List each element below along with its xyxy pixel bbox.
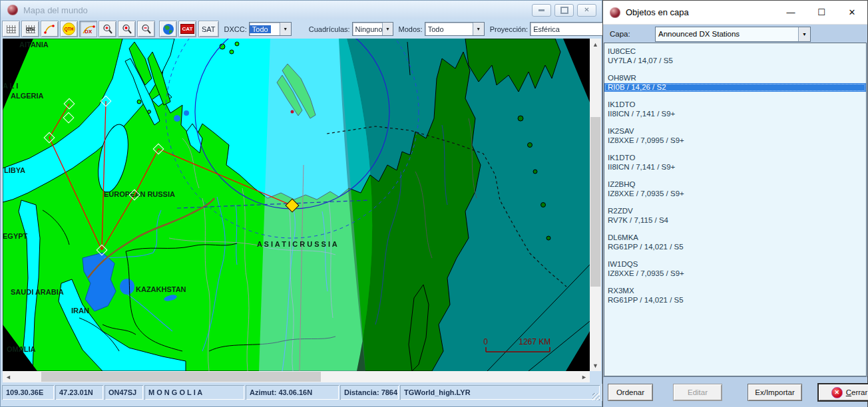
chevron-down-icon[interactable]: ▼ bbox=[473, 23, 484, 35]
list-item[interactable]: IZ2BHQIZ8XXE / 7,0935 / S9+ bbox=[604, 180, 866, 198]
map-label: LIBYA bbox=[4, 166, 25, 174]
map-label: KAZAKHSTAN bbox=[136, 285, 186, 293]
svg-text:DX: DX bbox=[85, 29, 93, 35]
list-item[interactable]: IK1DTOII8ICN / 7,141 / S9+ bbox=[604, 100, 866, 118]
edit-button[interactable]: Editar bbox=[673, 384, 722, 401]
map-titlebar[interactable]: Mapa del mundo ✕ bbox=[1, 1, 602, 19]
scroll-down-icon[interactable]: ▼ bbox=[590, 360, 601, 371]
status-latitude: 47.23.01N bbox=[55, 385, 103, 400]
dxcc-value: Todo bbox=[250, 25, 271, 33]
modes-combo[interactable]: Todo ▼ bbox=[425, 22, 485, 36]
globe-icon bbox=[162, 23, 174, 35]
map-viewport[interactable]: 0 1267 KM AITANIAA L IALGERIALIBYAEGYPTS… bbox=[3, 39, 590, 371]
close-panel-button[interactable]: ✕ Cerrar bbox=[818, 384, 868, 401]
qth-grid-label: QTH bbox=[26, 27, 35, 31]
chevron-down-icon[interactable]: ▼ bbox=[280, 23, 291, 35]
zoom-out-icon bbox=[141, 24, 152, 35]
dx-button[interactable]: DX bbox=[79, 21, 97, 37]
arc-icon bbox=[44, 24, 55, 34]
maximize-icon bbox=[560, 7, 568, 14]
dxcc-combo[interactable]: Todo ▼ bbox=[249, 22, 292, 36]
station-callsign: IK1DTO bbox=[604, 154, 866, 163]
projection-label: Proyección: bbox=[490, 25, 528, 33]
vertical-scrollbar[interactable]: ▲ ▼ bbox=[590, 39, 601, 371]
panel-titlebar[interactable]: Objetos en capa — ☐ ✕ bbox=[603, 1, 867, 25]
minimize-button[interactable] bbox=[532, 4, 551, 17]
scroll-right-icon[interactable]: ► bbox=[578, 371, 590, 382]
list-item[interactable]: IU8CECUY7LA / 14,07 / S5 bbox=[604, 47, 866, 65]
vscroll-thumb[interactable] bbox=[590, 117, 600, 287]
path-button[interactable] bbox=[41, 21, 59, 37]
grids-value: Ninguno bbox=[353, 25, 383, 33]
map-label: AITANIA bbox=[19, 41, 49, 49]
statusbar: 109.30.36E 47.23.01N ON47SJ M O N G O L … bbox=[1, 384, 603, 401]
layer-row: Capa: Announced DX Stations ▼ bbox=[603, 25, 867, 43]
maximize-button[interactable]: ☐ bbox=[806, 1, 837, 24]
dxcc-label: DXCC: bbox=[224, 25, 247, 33]
sort-button[interactable]: Ordenar bbox=[608, 384, 653, 401]
chevron-down-icon[interactable]: ▼ bbox=[382, 23, 392, 35]
list-item[interactable]: RX3MXRG61PP / 14,021 / S5 bbox=[604, 287, 866, 305]
modes-value: Todo bbox=[425, 25, 447, 33]
scroll-up-icon[interactable]: ▲ bbox=[590, 39, 601, 50]
station-details: RI0B / 14,26 / S2 bbox=[604, 83, 866, 92]
status-layer-file: TGWorld_high.LYR bbox=[400, 385, 600, 400]
layer-label: Capa: bbox=[610, 30, 655, 38]
qth-button[interactable]: QTH bbox=[60, 21, 78, 37]
modes-label: Modos: bbox=[399, 25, 423, 33]
list-item[interactable]: IW1DQSIZ8XXE / 7,0935 / S9+ bbox=[604, 260, 866, 278]
export-import-button[interactable]: Ex/Importar bbox=[748, 384, 802, 401]
close-red-icon: ✕ bbox=[831, 387, 843, 398]
scroll-left-icon[interactable]: ◄ bbox=[3, 371, 14, 382]
screen: Mapa del mundo ✕ QTH QTH DX bbox=[0, 0, 868, 407]
chevron-down-icon[interactable]: ▼ bbox=[798, 27, 810, 41]
scale-distance: 1267 KM bbox=[519, 337, 550, 346]
app-icon bbox=[610, 7, 620, 18]
close-icon: ✕ bbox=[584, 7, 589, 13]
station-details: IZ8XXE / 7,0935 / S9+ bbox=[604, 269, 866, 279]
list-item[interactable]: OH8WRRI0B / 14,26 / S2 bbox=[604, 74, 866, 92]
map-label: A L I bbox=[3, 82, 18, 90]
station-callsign: IZ2BHQ bbox=[604, 180, 866, 190]
list-item[interactable]: IK2SAVIZ8XXE / 7,0995 / S9+ bbox=[604, 127, 866, 145]
zoom-out-button[interactable] bbox=[137, 21, 155, 37]
map-window: Mapa del mundo ✕ QTH QTH DX bbox=[0, 0, 602, 407]
cat-icon: CAT bbox=[180, 24, 195, 34]
sat-button[interactable]: SAT bbox=[198, 21, 219, 37]
station-callsign: RX3MX bbox=[604, 287, 866, 296]
maximize-button[interactable] bbox=[554, 4, 574, 17]
station-details: II8ICN / 7,141 / S9+ bbox=[604, 163, 866, 172]
station-details: II8ICN / 7,141 / S9+ bbox=[604, 110, 866, 119]
horizontal-scrollbar[interactable]: ◄ ► bbox=[3, 371, 590, 382]
red-dot-marker[interactable] bbox=[291, 110, 294, 114]
list-item[interactable]: IK1DTOII8ICN / 7,141 / S9+ bbox=[604, 154, 866, 172]
minimize-button[interactable]: — bbox=[775, 1, 806, 24]
zoom-in-button[interactable] bbox=[99, 21, 116, 37]
grid-qth-button[interactable]: QTH bbox=[21, 21, 39, 37]
status-longitude: 109.30.36E bbox=[2, 385, 54, 400]
station-list[interactable]: IU8CECUY7LA / 14,07 / S5OH8WRRI0B / 14,2… bbox=[604, 43, 867, 376]
map-label: SAUDI ARABIA bbox=[11, 288, 64, 296]
station-details: IZ8XXE / 7,0935 / S9+ bbox=[604, 190, 866, 199]
app-icon bbox=[7, 5, 18, 15]
grids-combo[interactable]: Ninguno ▼ bbox=[352, 22, 393, 36]
layer-combo[interactable]: Announced DX Stations ▼ bbox=[655, 27, 811, 42]
grid-button[interactable] bbox=[2, 21, 20, 37]
hscroll-thumb[interactable] bbox=[41, 372, 321, 382]
resize-grip[interactable] bbox=[592, 393, 600, 400]
station-callsign: IK2SAV bbox=[604, 127, 866, 136]
station-details: RG61PP / 14,021 / S5 bbox=[604, 243, 866, 252]
zoom-select-icon bbox=[122, 24, 132, 35]
list-item[interactable]: DL6MKARG61PP / 14,021 / S5 bbox=[604, 233, 866, 251]
list-item[interactable]: R2ZDVRV7K / 7,115 / S4 bbox=[604, 207, 866, 225]
close-button-label: Cerrar bbox=[846, 388, 868, 396]
close-button[interactable]: ✕ bbox=[837, 1, 867, 24]
zoom-select-button[interactable] bbox=[118, 21, 136, 37]
map-label: EGYPT bbox=[3, 232, 27, 240]
close-button[interactable]: ✕ bbox=[577, 4, 596, 17]
grid-icon bbox=[7, 25, 16, 33]
globe-button[interactable] bbox=[159, 21, 177, 37]
station-callsign: IK1DTO bbox=[604, 100, 866, 110]
cat-button[interactable]: CAT bbox=[178, 21, 196, 37]
station-callsign: DL6MKA bbox=[604, 233, 866, 243]
